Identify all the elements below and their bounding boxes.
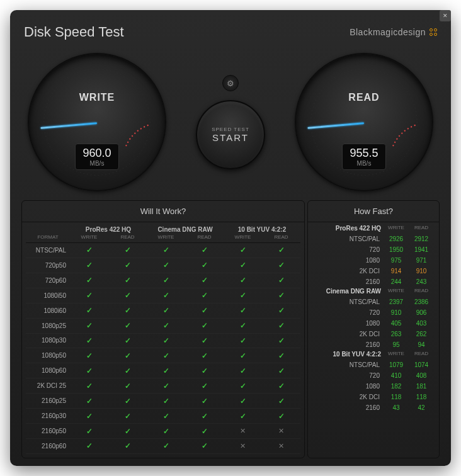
check-icon: ✓: [185, 336, 224, 345]
read-fps: 971: [409, 257, 434, 264]
close-button[interactable]: ✕: [440, 10, 451, 21]
check-icon: ✓: [70, 246, 108, 254]
read-fps: 262: [409, 331, 434, 337]
check-icon: ✓: [108, 321, 147, 330]
app-window: ✕ Disk Speed Test Blackmagicdesign WRITE…: [10, 10, 451, 466]
check-icon: ✓: [262, 321, 300, 330]
table-row: 72019501941: [313, 245, 434, 254]
table-row: 2160244243: [313, 277, 434, 286]
check-icon: ✓: [185, 441, 224, 450]
format-label: 1080: [313, 383, 384, 390]
check-icon: ✓: [108, 246, 147, 254]
table-row: 2160p25✓✓✓✓✓✓: [26, 394, 300, 409]
write-fps: 118: [384, 394, 409, 400]
check-icon: ✓: [108, 382, 147, 390]
format-label: 2K DCI: [313, 394, 384, 400]
check-icon: ✓: [108, 397, 147, 405]
read-fps: 408: [409, 372, 434, 379]
table-row: 21609594: [313, 340, 434, 349]
format-label: 1080: [313, 320, 384, 327]
check-icon: ✓: [224, 382, 262, 390]
check-icon: ✓: [108, 412, 147, 421]
table-row: 2K DCI263262: [313, 329, 434, 339]
table-row: 2K DCI118118: [313, 392, 434, 402]
check-icon: ✓: [262, 351, 300, 360]
check-icon: ✓: [147, 351, 185, 360]
will-it-work-panel: Will It Work? ProRes 422 HQ Cinema DNG R…: [21, 200, 305, 458]
format-label: 2K DCI: [313, 268, 384, 275]
check-icon: ✓: [262, 291, 300, 300]
x-icon: ✕: [262, 427, 300, 435]
check-icon: ✓: [147, 412, 185, 421]
table-row: NTSC/PAL✓✓✓✓✓✓: [26, 243, 300, 258]
read-fps: 2912: [409, 235, 434, 242]
table-row: 720p50✓✓✓✓✓✓: [26, 258, 300, 273]
check-icon: ✓: [224, 306, 262, 315]
table-row: 2160p50✓✓✓✓✕✕: [26, 424, 300, 439]
wiw-header: ProRes 422 HQ Cinema DNG RAW 10 Bit YUV …: [26, 222, 300, 234]
write-fps: 244: [384, 278, 409, 285]
table-row: 2K DCI914910: [313, 266, 434, 276]
write-fps: 1079: [384, 361, 409, 368]
panels: Will It Work? ProRes 422 HQ Cinema DNG R…: [21, 200, 440, 458]
format-label: 1080p60: [26, 367, 70, 374]
table-row: 1080405403: [313, 319, 434, 328]
format-label: 2K DCI: [313, 331, 384, 337]
start-button[interactable]: SPEED TEST START: [196, 100, 265, 169]
read-fps: 2386: [409, 298, 434, 305]
write-fps: 2397: [384, 298, 409, 305]
check-icon: ✓: [147, 397, 185, 405]
check-icon: ✓: [70, 441, 108, 450]
write-fps: 263: [384, 331, 409, 337]
check-icon: ✓: [224, 291, 262, 300]
format-label: 720: [313, 246, 384, 253]
check-icon: ✓: [70, 397, 108, 405]
table-row: 720p60✓✓✓✓✓✓: [26, 273, 300, 288]
table-row: 1080i60✓✓✓✓✓✓: [26, 303, 300, 319]
gear-icon: ⚙: [227, 79, 234, 88]
format-label: 2160: [313, 278, 384, 285]
check-icon: ✓: [224, 397, 262, 405]
check-icon: ✓: [147, 321, 185, 330]
hf-group-header: ProRes 422 HQWRITEREAD: [313, 225, 434, 233]
table-row: 2K DCI 25✓✓✓✓✓✓: [26, 378, 300, 394]
check-icon: ✓: [147, 336, 185, 345]
read-fps: 118: [409, 394, 434, 400]
check-icon: ✓: [262, 246, 300, 254]
wiw-title: Will It Work?: [22, 201, 304, 222]
write-gauge: WRITE 960.0 MB/s: [28, 53, 166, 191]
how-fast-panel: How Fast? ProRes 422 HQWRITEREADNTSC/PAL…: [307, 200, 440, 458]
check-icon: ✓: [262, 412, 300, 421]
check-icon: ✓: [224, 276, 262, 285]
format-label: 2160p60: [26, 443, 70, 450]
hf-table: ProRes 422 HQWRITEREADNTSC/PAL2926291272…: [308, 222, 439, 458]
read-fps: 181: [409, 383, 434, 390]
write-fps: 43: [384, 404, 409, 411]
table-row: 1080182181: [313, 382, 434, 391]
format-label: 1080i50: [26, 292, 70, 299]
read-fps: 910: [409, 268, 434, 275]
check-icon: ✓: [185, 412, 224, 421]
format-label: NTSC/PAL: [313, 298, 384, 305]
check-icon: ✓: [224, 261, 262, 269]
read-fps: 403: [409, 320, 434, 327]
format-label: 720p60: [26, 277, 70, 284]
format-label: 2160p30: [26, 412, 70, 419]
settings-button[interactable]: ⚙: [222, 75, 239, 91]
wiw-table: ProRes 422 HQ Cinema DNG RAW 10 Bit YUV …: [22, 222, 304, 458]
check-icon: ✓: [108, 291, 147, 300]
check-icon: ✓: [185, 351, 224, 360]
hf-group-header: Cinema DNG RAWWRITEREAD: [313, 288, 434, 296]
read-fps: 243: [409, 278, 434, 285]
read-unit: MB/s: [349, 160, 379, 167]
format-label: 2160: [313, 341, 384, 348]
check-icon: ✓: [224, 246, 262, 254]
check-icon: ✓: [147, 427, 185, 436]
write-fps: 95: [384, 341, 409, 348]
brand: Blackmagicdesign: [350, 27, 437, 37]
check-icon: ✓: [262, 366, 300, 375]
check-icon: ✓: [70, 351, 108, 360]
table-row: NTSC/PAL10791074: [313, 360, 434, 370]
check-icon: ✓: [185, 291, 224, 300]
check-icon: ✓: [185, 261, 224, 269]
